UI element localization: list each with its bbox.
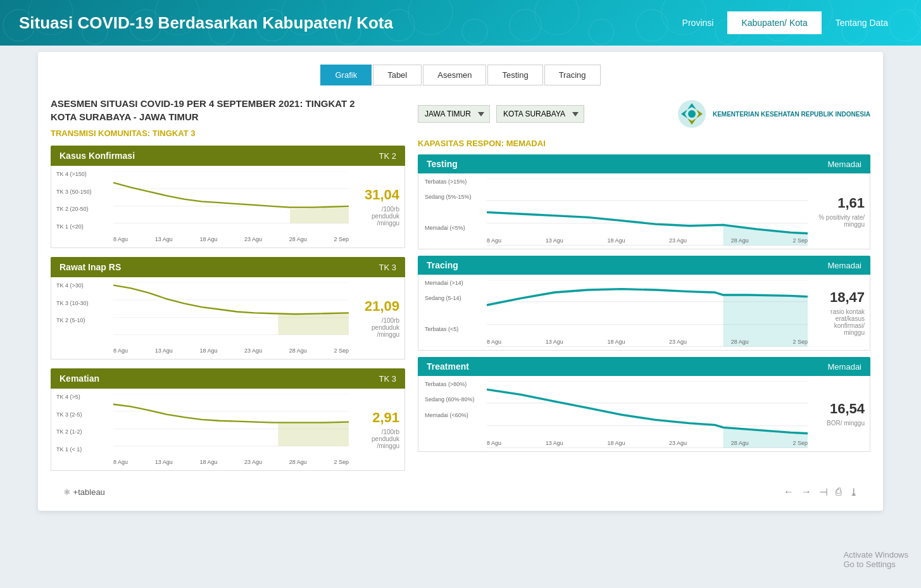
y-label-3: TK 1 (<20) (56, 223, 113, 230)
dropdowns-row: JAWA TIMUR KOTA SURABAYA (418, 105, 584, 123)
chart-kematian-label: Kematian (60, 373, 99, 384)
chart-tracing-unit: rasio kontak erat/kasus konfirmasi/ ming… (813, 308, 865, 336)
chart-treatment-value: 16,54 (830, 401, 865, 417)
nav-forward-icon[interactable]: → (801, 486, 811, 498)
chart-tracing-ylabels: Memadai (>14) Sedang (5-14) Terbatas (<5… (425, 280, 485, 332)
chart-kasus-header: Kasus Konfirmasi TK 2 (51, 146, 405, 166)
chart-kematian: Kematian TK 3 TK 4 (>5) TK 3 (2-5) TK 2 … (51, 368, 405, 471)
chart-tracing-label: Tracing (427, 260, 458, 270)
chart-kematian-value-col: 2,91 /100rb penduduk /minggu (349, 394, 399, 465)
chart-kematian-body: TK 4 (>5) TK 3 (2-5) TK 2 (1-2) TK 1 (< … (51, 389, 405, 471)
chart-testing-value: 1,61 (837, 195, 865, 211)
chart-tracing-svg (487, 280, 808, 347)
tab-asesmen[interactable]: Asesmen (423, 65, 486, 85)
chart-kasus-value: 31,04 (354, 187, 399, 203)
logo-area: KEMENTERIAN KESEHATAN REPUBLIK INDONESIA (676, 98, 870, 130)
chart-kematian-ylabels: TK 4 (>5) TK 3 (2-5) TK 2 (1-2) TK 1 (< … (56, 394, 113, 453)
chart-rawat-tk: TK 3 (379, 263, 396, 272)
nav-tentang-button[interactable]: Tentang Data (822, 11, 902, 34)
nav-home-icon[interactable]: ⊣ (819, 486, 828, 498)
tab-tabel[interactable]: Tabel (373, 65, 422, 85)
dropdown-kota[interactable]: KOTA SURABAYA (496, 105, 584, 123)
chart-kematian-header: Kematian TK 3 (51, 368, 405, 389)
svg-marker-9 (278, 313, 349, 334)
chart-testing-label: Testing (427, 159, 458, 169)
tab-grafik[interactable]: Grafik (320, 65, 372, 85)
chart-rawat-xlabels: 8 Agu 13 Agu 18 Agu 23 Agu 28 Agu 2 Sep (113, 347, 349, 354)
assessment-subtitle: KOTA SURABAYA - JAWA TIMUR (51, 111, 405, 122)
chart-kematian-value: 2,91 (354, 410, 399, 426)
chart-tracing-value-col: 18,47 rasio kontak erat/kasus konfirmasi… (808, 280, 865, 345)
chart-testing-area: Terbatas (>15%) Sedang (5%-15%) Memadai … (423, 178, 808, 244)
chart-treatment-xlabels: 8 Agu 13 Agu 18 Agu 23 Agu 28 Agu 2 Sep (487, 440, 808, 446)
chart-testing-body: Terbatas (>15%) Sedang (5%-15%) Memadai … (418, 173, 870, 249)
chart-kasus-value-col: 31,04 /100rb penduduk /minggu (349, 171, 399, 242)
chart-rawat-ylabels: TK 4 (>30) TK 3 (10-30) TK 2 (5-10) (56, 282, 113, 341)
svg-point-16 (688, 110, 696, 118)
chart-kasus-konfirmasi: Kasus Konfirmasi TK 2 TK 4 (>150) TK 3 (… (51, 146, 405, 248)
chart-kasus-unit: /100rb penduduk /minggu (354, 206, 399, 227)
chart-treatment-ylabels: Terbatas (>80%) Sedang (60%-80%) Memadai… (425, 381, 485, 434)
chart-kasus-xlabels: 8 Agu 13 Agu 18 Agu 23 Agu 28 Agu 2 Sep (113, 236, 349, 242)
chart-testing: Testing Memadai Terbatas (>15%) Sedang (… (418, 154, 870, 249)
dropdown-jawa[interactable]: JAWA TIMUR (418, 105, 490, 123)
chart-tracing-xlabels: 8 Agu 13 Agu 18 Agu 23 Agu 28 Agu 2 Sep (487, 339, 808, 345)
y-label-2: TK 2 (20-50) (56, 206, 113, 212)
chart-tracing: Tracing Memadai Memadai (>14) Sedang (5-… (418, 256, 870, 351)
chart-rawat-inap: Rawat Inap RS TK 3 TK 4 (>30) TK 3 (10-3… (51, 257, 405, 360)
page-title: Situasi COVID-19 Berdasarkan Kabupaten/ … (19, 13, 393, 33)
chart-treatment-label: Treatment (427, 361, 469, 372)
chart-kasus-label: Kasus Konfirmasi (60, 151, 135, 161)
share-icon[interactable]: ⎙ (836, 486, 842, 498)
chart-testing-header: Testing Memadai (418, 154, 870, 173)
chart-treatment-body: Terbatas (>80%) Sedang (60%-80%) Memadai… (418, 376, 870, 452)
chart-tracing-area: Memadai (>14) Sedang (5-14) Terbatas (<5… (423, 280, 808, 345)
activate-watermark: Activate WindowsGo to Settings (843, 550, 908, 569)
nav-provinsi-button[interactable]: Provinsi (668, 11, 728, 34)
tab-tracing[interactable]: Tracing (544, 65, 601, 85)
assessment-title: ASESMEN SITUASI COVID-19 PER 4 SEPTEMBER… (51, 98, 405, 109)
y-label-1: TK 3 (50-150) (56, 189, 113, 195)
chart-tracing-value: 18,47 (830, 289, 865, 306)
chart-treatment-status: Memadai (828, 362, 861, 372)
tab-testing[interactable]: Testing (487, 65, 542, 85)
chart-rawat-value: 21,09 (354, 298, 399, 315)
chart-tracing-status: Memadai (828, 261, 861, 270)
right-header-row: JAWA TIMUR KOTA SURABAYA KE (418, 98, 870, 130)
chart-kematian-unit: /100rb penduduk /minggu (354, 428, 399, 449)
main-container: Grafik Tabel Asesmen Testing Tracing ASE… (38, 52, 883, 511)
chart-kasus-tk: TK 2 (379, 151, 396, 161)
header-nav: Provinsi Kabupaten/ Kota Tentang Data (668, 11, 902, 34)
tabs-row: Grafik Tabel Asesmen Testing Tracing (51, 65, 870, 85)
left-panel: ASESMEN SITUASI COVID-19 PER 4 SEPTEMBER… (51, 98, 405, 480)
chart-testing-unit: % positivity rate/ minggu (813, 214, 865, 228)
footer-icons: ← → ⊣ ⎙ ⤓ (784, 486, 858, 498)
download-icon[interactable]: ⤓ (849, 486, 858, 498)
chart-kasus-svg (113, 171, 349, 224)
svg-marker-14 (278, 422, 349, 446)
logo-text: KEMENTERIAN KESEHATAN REPUBLIK INDONESIA (713, 110, 870, 118)
chart-rawat-label: Rawat Inap RS (60, 262, 121, 272)
tableau-logo: ⚛ +tableau (63, 487, 105, 497)
chart-rawat-svg (113, 282, 349, 335)
chart-kematian-svg (113, 394, 349, 447)
chart-rawat-value-col: 21,09 /100rb penduduk /minggu (349, 282, 399, 354)
chart-kematian-xlabels: 8 Agu 13 Agu 18 Agu 23 Agu 28 Agu 2 Sep (113, 459, 349, 465)
chart-tracing-body: Memadai (>14) Sedang (5-14) Terbatas (<5… (418, 275, 870, 351)
content-row: ASESMEN SITUASI COVID-19 PER 4 SEPTEMBER… (51, 98, 870, 480)
nav-back-icon[interactable]: ← (784, 486, 794, 498)
chart-treatment-area: Terbatas (>80%) Sedang (60%-80%) Memadai… (423, 381, 808, 446)
y-label-0: TK 4 (>150) (56, 171, 113, 177)
chart-rawat-body: TK 4 (>30) TK 3 (10-30) TK 2 (5-10) (51, 277, 405, 360)
chart-kasus-ylabels: TK 4 (>150) TK 3 (50-150) TK 2 (20-50) T… (56, 171, 113, 230)
chart-rawat-area: TK 4 (>30) TK 3 (10-30) TK 2 (5-10) (56, 282, 349, 354)
chart-kasus-body: TK 4 (>150) TK 3 (50-150) TK 2 (20-50) T… (51, 166, 405, 248)
header: Situasi COVID-19 Berdasarkan Kabupaten/ … (0, 0, 921, 46)
chart-testing-status: Memadai (828, 160, 861, 169)
chart-treatment: Treatment Memadai Terbatas (>80%) Sedang… (418, 357, 870, 452)
chart-treatment-value-col: 16,54 BOR/ minggu (808, 381, 865, 446)
chart-treatment-header: Treatment Memadai (418, 357, 870, 376)
nav-kabupaten-button[interactable]: Kabupaten/ Kota (727, 11, 821, 34)
chart-treatment-unit: BOR/ minggu (827, 420, 865, 427)
transmisi-label: TRANSMISI KOMUNITAS: TINGKAT 3 (51, 128, 405, 138)
